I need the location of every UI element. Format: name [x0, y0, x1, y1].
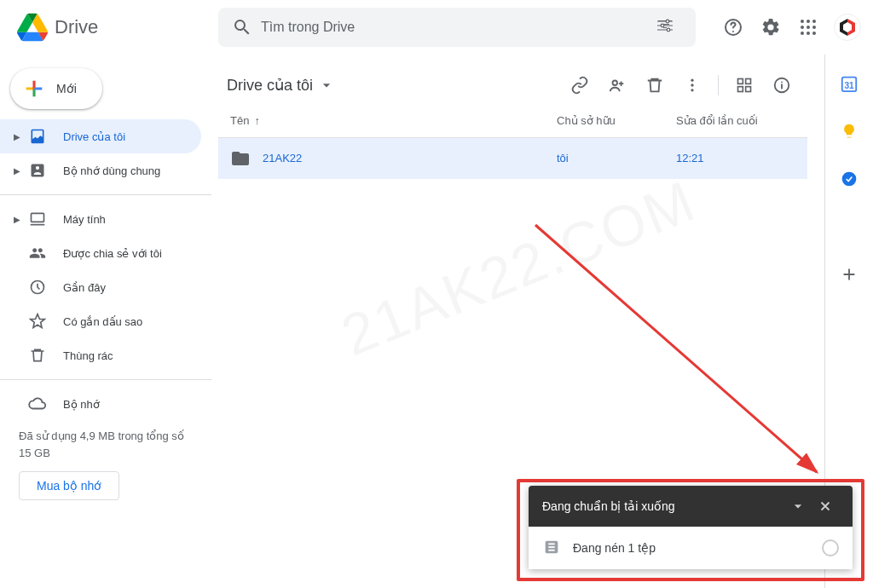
sidebar-label: Bộ nhớ dùng chung	[63, 164, 160, 177]
expand-icon[interactable]: ▶	[7, 215, 27, 224]
keep-addon-icon[interactable]	[832, 114, 866, 148]
svg-point-7	[812, 20, 816, 23]
sidebar-item-shared-drives[interactable]: ▶ Bộ nhớ dùng chung	[0, 153, 201, 187]
trash-icon	[27, 345, 48, 366]
account-avatar[interactable]	[834, 14, 861, 41]
sidebar-label: Bộ nhớ	[63, 398, 100, 411]
svg-point-16	[613, 81, 618, 86]
sidebar-item-shared-with-me[interactable]: Được chia sẻ với tôi	[0, 236, 201, 270]
sidebar-item-storage[interactable]: Bộ nhớ	[0, 387, 201, 421]
svg-point-25	[781, 81, 783, 83]
search-input[interactable]	[261, 20, 639, 35]
buy-storage-button[interactable]: Mua bộ nhớ	[19, 471, 119, 500]
drive-logo-icon[interactable]	[15, 10, 49, 44]
svg-point-4	[732, 31, 734, 32]
app-name: Drive	[55, 16, 98, 38]
archive-icon	[542, 538, 561, 559]
toast-title: Đang chuẩn bị tải xuống	[542, 499, 675, 513]
grid-view-icon[interactable]	[727, 68, 761, 102]
svg-point-19	[691, 89, 693, 91]
file-owner: tôi	[557, 152, 676, 164]
sidebar-item-computers[interactable]: ▶ Máy tính	[0, 202, 201, 236]
recent-icon	[27, 277, 48, 297]
sidebar-label: Drive của tôi	[63, 130, 125, 143]
breadcrumb-text: Drive của tôi	[227, 76, 313, 95]
sidebar: Mới ▶ Drive của tôi ▶ Bộ nhớ dùng chung …	[0, 55, 211, 588]
sidebar-label: Gần đây	[63, 281, 106, 294]
logo-area: Drive	[7, 10, 218, 44]
sidebar-item-starred[interactable]: Có gắn dấu sao	[0, 304, 201, 338]
cloud-icon	[27, 394, 48, 414]
shared-with-me-icon	[27, 243, 48, 263]
delete-icon[interactable]	[638, 68, 672, 102]
tasks-addon-icon[interactable]	[832, 162, 866, 196]
divider	[0, 379, 211, 380]
svg-point-18	[691, 84, 693, 86]
svg-point-17	[691, 79, 693, 82]
svg-point-11	[801, 32, 804, 35]
svg-point-13	[812, 32, 816, 35]
svg-rect-14	[32, 213, 44, 222]
sidebar-label: Có gắn dấu sao	[63, 315, 142, 328]
expand-icon[interactable]: ▶	[7, 166, 27, 176]
svg-point-2	[667, 28, 670, 32]
svg-point-6	[807, 20, 810, 23]
header-bar: Drive	[0, 0, 873, 55]
help-icon[interactable]	[716, 10, 750, 44]
sidebar-label: Máy tính	[63, 213, 106, 226]
sidebar-item-my-drive[interactable]: ▶ Drive của tôi	[0, 119, 201, 153]
more-icon[interactable]	[675, 68, 709, 102]
svg-rect-33	[548, 549, 554, 551]
breadcrumb-title[interactable]: Drive của tôi	[227, 76, 335, 95]
svg-rect-21	[746, 79, 751, 84]
search-icon	[232, 17, 252, 37]
expand-icon[interactable]: ▶	[7, 132, 27, 141]
toolbar	[563, 68, 799, 102]
column-owner[interactable]: Chủ sở hữu	[557, 114, 676, 127]
svg-rect-22	[738, 87, 743, 92]
download-toast: Đang chuẩn bị tải xuống Đang nén 1 tệp	[529, 486, 853, 569]
sort-arrow-icon: ↑	[254, 114, 260, 127]
dropdown-icon	[318, 77, 335, 94]
svg-text:31: 31	[844, 81, 854, 90]
svg-point-8	[801, 26, 804, 29]
computers-icon	[27, 209, 48, 229]
search-options-icon[interactable]	[639, 9, 691, 46]
toast-header: Đang chuẩn bị tải xuống	[529, 486, 853, 527]
shared-drives-icon	[27, 160, 48, 181]
svg-rect-20	[738, 79, 743, 84]
watermark: 21AK22.COM	[332, 167, 704, 369]
file-name: 21AK22	[263, 152, 302, 164]
header-tools	[716, 10, 866, 44]
my-drive-icon	[27, 126, 48, 147]
svg-point-5	[801, 20, 804, 23]
sidebar-label: Thùng rác	[63, 349, 113, 362]
new-button[interactable]: Mới	[10, 68, 102, 109]
sidebar-item-trash[interactable]: Thùng rác	[0, 338, 201, 372]
get-link-icon[interactable]	[563, 68, 597, 102]
sidebar-item-recent[interactable]: Gần đây	[0, 270, 201, 304]
svg-line-26	[535, 225, 817, 472]
svg-point-0	[666, 20, 669, 23]
column-name[interactable]: Tên ↑	[230, 114, 557, 127]
svg-point-29	[842, 172, 857, 187]
toast-collapse-icon[interactable]	[784, 493, 812, 520]
file-modified: 12:21	[676, 152, 795, 164]
divider	[0, 194, 211, 195]
search-bar[interactable]	[218, 8, 696, 47]
info-icon[interactable]	[765, 68, 799, 102]
toast-status: Đang nén 1 tệp	[573, 541, 656, 555]
column-modified[interactable]: Sửa đổi lần cuối	[676, 114, 795, 127]
progress-spinner-icon	[822, 539, 839, 556]
apps-grid-icon[interactable]	[791, 10, 825, 44]
calendar-addon-icon[interactable]: 31	[832, 66, 866, 101]
share-icon[interactable]	[600, 68, 634, 102]
settings-icon[interactable]	[754, 10, 788, 44]
toast-close-icon[interactable]	[812, 493, 839, 520]
new-button-label: Mới	[56, 82, 77, 95]
breadcrumb-bar: Drive của tôi	[218, 66, 807, 104]
file-row[interactable]: 21AK22 tôi 12:21	[218, 138, 807, 179]
star-icon	[27, 311, 48, 331]
toast-item: Đang nén 1 tệp	[529, 527, 853, 569]
add-addon-icon[interactable]	[832, 257, 866, 291]
